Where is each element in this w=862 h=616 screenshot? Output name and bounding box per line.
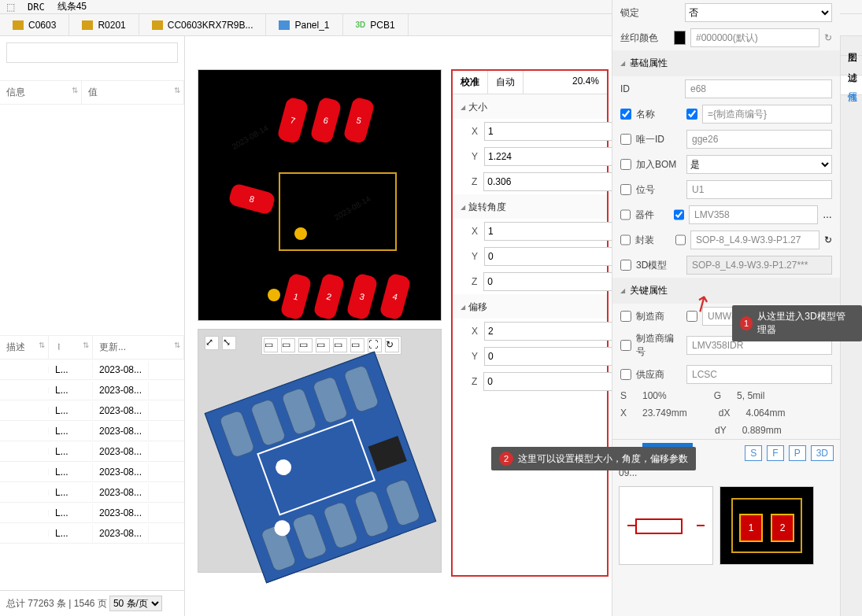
rot-z-input[interactable] <box>483 272 620 291</box>
uid-checkbox[interactable] <box>620 134 631 145</box>
off-y-input[interactable] <box>484 347 621 366</box>
name-checkbox[interactable] <box>620 109 631 120</box>
dev-checkbox[interactable] <box>620 209 631 220</box>
rot-y-input[interactable] <box>484 247 621 266</box>
model3d-input[interactable] <box>686 256 832 275</box>
view-back-icon[interactable]: ▭ <box>281 338 295 352</box>
col-desc[interactable]: 描述⇅ <box>0 336 49 359</box>
device-input[interactable] <box>689 205 818 224</box>
collapse-icon[interactable]: ⤡ <box>222 336 236 350</box>
lock-select[interactable]: 否 <box>685 3 832 22</box>
coord-readout: S100%G5, 5mil <box>612 387 840 404</box>
bom-checkbox[interactable] <box>620 159 631 170</box>
name-input[interactable] <box>702 105 832 124</box>
group-rotation[interactable]: 旋转角度 <box>453 194 607 219</box>
id-input[interactable] <box>685 79 832 98</box>
size-z-input[interactable] <box>483 172 620 191</box>
table-row[interactable]: L...2023-08... <box>0 400 184 421</box>
table-row[interactable]: L...2023-08... <box>0 421 184 441</box>
uid-input[interactable] <box>686 130 832 149</box>
page-size-select[interactable]: 50 条/页 <box>109 596 162 611</box>
table-row[interactable]: L...2023-08... <box>0 503 184 523</box>
table-row[interactable]: L...2023-08... <box>0 462 184 482</box>
sidetab-attributes[interactable]: 属性 <box>841 76 862 95</box>
sidetab-filter[interactable]: 过滤 <box>841 56 862 76</box>
expand-icon[interactable]: ⤢ <box>205 336 219 350</box>
mode-f-button[interactable]: F <box>767 445 783 461</box>
view-top-icon[interactable]: ▭ <box>333 338 347 352</box>
symbol-thumbnail[interactable] <box>619 486 713 565</box>
mode-s-button[interactable]: S <box>745 445 762 461</box>
table-row[interactable]: L...2023-08... <box>0 380 184 400</box>
zoom-value: 20.4% <box>564 71 607 94</box>
tab-auto[interactable]: 自动 <box>488 71 523 94</box>
col-info[interactable]: 信息⇅ <box>0 81 82 104</box>
tab-panel1[interactable]: Panel_1 <box>266 14 342 35</box>
off-z-input[interactable] <box>483 372 620 391</box>
table-row[interactable]: L...2023-08... <box>0 441 184 462</box>
ref-input[interactable] <box>686 180 832 199</box>
silk-color-input[interactable] <box>690 28 819 47</box>
section-basic[interactable]: 基础属性 <box>612 50 840 76</box>
tab-c0603[interactable]: C0603 <box>0 14 69 35</box>
mode-p-button[interactable]: P <box>789 445 806 461</box>
ref-checkbox[interactable] <box>620 184 631 195</box>
footprint-thumbnail[interactable]: 12 <box>720 486 814 565</box>
callout-2: 2这里可以设置模型大小，角度，偏移参数 <box>491 447 696 470</box>
view-left-icon[interactable]: ▭ <box>298 338 313 352</box>
view-right-icon[interactable]: ▭ <box>316 338 330 352</box>
size-x-input[interactable] <box>484 122 621 141</box>
left-panel: ⌕ 信息⇅ 值⇅ 描述⇅ ।⇅ 更新...⇅ L...2023-08... L.… <box>0 36 185 616</box>
m3d-checkbox[interactable] <box>620 260 631 271</box>
ellipsis-icon[interactable]: … <box>823 209 832 220</box>
tab-cc0603[interactable]: CC0603KRX7R9B... <box>139 14 267 35</box>
group-offset[interactable]: 偏移 <box>453 294 607 319</box>
rot-x-input[interactable] <box>484 222 621 241</box>
supplier-input[interactable] <box>686 365 832 384</box>
rotate-icon[interactable]: ↻ <box>385 338 399 352</box>
component-grid: L...2023-08... L...2023-08... L...2023-0… <box>0 360 184 590</box>
bom-select[interactable]: 是 <box>686 155 832 174</box>
search-input[interactable] <box>6 42 178 63</box>
refresh-icon[interactable]: ↻ <box>824 32 832 43</box>
view-front-icon[interactable]: ▭ <box>264 338 278 352</box>
group-size[interactable]: 大小 <box>453 94 607 119</box>
table-row[interactable]: L...2023-08... <box>0 482 184 503</box>
transform-panel: 校准 自动 20.4% 大小 X▲▼mm Y▲▼mm Z▲▼mm 旋转角度 X▲… <box>451 69 609 577</box>
col-value[interactable]: 值⇅ <box>82 81 184 104</box>
table-row[interactable]: L...2023-08... <box>0 523 184 544</box>
name-vis-checkbox[interactable] <box>686 109 697 120</box>
fp-checkbox[interactable] <box>620 234 631 245</box>
snap-mode[interactable]: 线条45 <box>57 0 87 13</box>
col-blank[interactable]: ।⇅ <box>49 336 93 359</box>
refresh-icon[interactable]: ↻ <box>824 234 832 245</box>
off-x-input[interactable] <box>484 322 621 341</box>
sidetab-layers[interactable]: 图层 <box>841 36 862 56</box>
fit-icon[interactable]: ⛶ <box>368 338 382 352</box>
section-key[interactable]: 关键属性 <box>612 278 840 304</box>
tab-pcb1[interactable]: 3DPCB1 <box>343 14 409 35</box>
callout-1: 1从这里进入3D模型管理器 <box>732 305 862 341</box>
col-updated[interactable]: 更新...⇅ <box>93 336 184 359</box>
preview-3d-canvas[interactable]: ⤢⤡ ▭ ▭ ▭ ▭ ▭ ▭ ⛶ ↻ <box>198 329 442 573</box>
mode-3d-button[interactable]: 3D <box>811 445 834 461</box>
footprint-input[interactable] <box>690 231 819 249</box>
tab-calibrate[interactable]: 校准 <box>453 71 488 94</box>
tab-r0201[interactable]: R0201 <box>69 14 139 35</box>
size-y-input[interactable] <box>484 147 621 166</box>
pager: 总计 77263 条 | 1546 页 50 条/页 <box>0 590 184 616</box>
silk-color-swatch[interactable] <box>674 31 686 45</box>
view-iso-icon[interactable]: ▭ <box>350 338 364 352</box>
preview-2d-canvas[interactable]: 7 6 5 8 1 2 3 4 2023-08-14 2023-08-14 <box>198 69 442 321</box>
table-row[interactable]: L...2023-08... <box>0 360 184 380</box>
